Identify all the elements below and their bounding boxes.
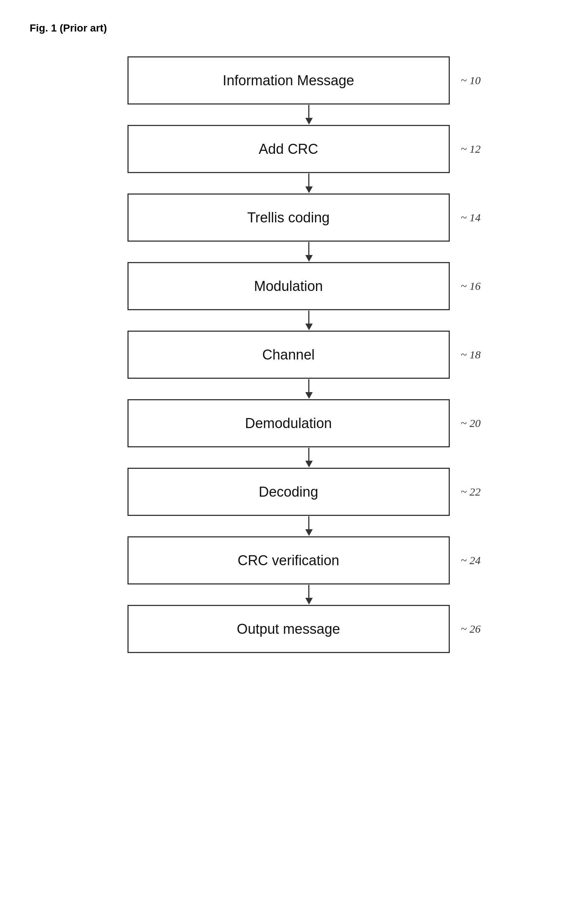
- arrow-line-6: [305, 516, 313, 536]
- diagram-container: Information Message ~ 10 Add CRC ~ 12: [59, 56, 558, 653]
- ref-label-2: ~ 14: [461, 211, 490, 224]
- ref-label-7: ~ 24: [461, 554, 490, 567]
- block-output-message-label: Output message: [237, 621, 340, 637]
- arrow-7: [148, 585, 470, 605]
- block-row-3: Modulation ~ 16: [59, 262, 558, 310]
- arrow-shaft-3: [308, 310, 310, 324]
- block-row-0: Information Message ~ 10: [59, 56, 558, 104]
- arrow-line-7: [305, 585, 313, 605]
- block-channel-label: Channel: [262, 347, 315, 363]
- arrow-line-0: [305, 105, 313, 125]
- arrow-head-1: [305, 186, 313, 193]
- arrow-shaft-6: [308, 516, 310, 529]
- arrow-shaft-7: [308, 585, 310, 598]
- arrow-4: [148, 379, 470, 399]
- block-demodulation-label: Demodulation: [245, 415, 331, 432]
- arrow-head-6: [305, 529, 313, 536]
- arrow-line-1: [305, 173, 313, 193]
- arrow-line-3: [305, 310, 313, 330]
- block-add-crc: Add CRC: [128, 125, 450, 173]
- arrow-line-2: [305, 242, 313, 262]
- arrow-5: [148, 447, 470, 468]
- block-row-5: Demodulation ~ 20: [59, 399, 558, 447]
- block-crc-verification: CRC verification: [128, 536, 450, 585]
- arrow-head-3: [305, 324, 313, 330]
- arrow-line-4: [305, 379, 313, 399]
- block-output-message: Output message: [128, 605, 450, 653]
- arrow-0: [148, 104, 470, 125]
- block-row-6: Decoding ~ 22: [59, 468, 558, 516]
- ref-label-3: ~ 16: [461, 280, 490, 292]
- block-row-4: Channel ~ 18: [59, 330, 558, 379]
- block-row-7: CRC verification ~ 24: [59, 536, 558, 585]
- arrow-3: [148, 310, 470, 330]
- arrow-head-7: [305, 598, 313, 605]
- arrow-shaft-2: [308, 242, 310, 255]
- ref-label-4: ~ 18: [461, 348, 490, 361]
- figure-title: Fig. 1 (Prior art): [30, 22, 558, 34]
- block-demodulation: Demodulation: [128, 399, 450, 447]
- block-info-message-label: Information Message: [223, 73, 354, 89]
- arrow-1: [148, 173, 470, 193]
- arrow-6: [148, 516, 470, 536]
- block-modulation-label: Modulation: [254, 278, 323, 294]
- block-trellis-label: Trellis coding: [247, 210, 330, 226]
- arrow-head-5: [305, 461, 313, 468]
- ref-label-1: ~ 12: [461, 143, 490, 155]
- arrow-shaft-0: [308, 105, 310, 118]
- block-add-crc-label: Add CRC: [258, 141, 318, 157]
- block-crc-verification-label: CRC verification: [238, 553, 339, 569]
- block-channel: Channel: [128, 330, 450, 379]
- arrow-2: [148, 242, 470, 262]
- arrow-shaft-1: [308, 173, 310, 186]
- block-row-8: Output message ~ 26: [59, 605, 558, 653]
- ref-label-0: ~ 10: [461, 74, 490, 87]
- arrow-shaft-4: [308, 379, 310, 392]
- ref-label-6: ~ 22: [461, 486, 490, 498]
- block-decoding-label: Decoding: [258, 484, 318, 500]
- arrow-shaft-5: [308, 448, 310, 461]
- block-row-2: Trellis coding ~ 14: [59, 193, 558, 242]
- page-container: Fig. 1 (Prior art) Information Message ~…: [0, 0, 588, 901]
- block-decoding: Decoding: [128, 468, 450, 516]
- block-trellis-coding: Trellis coding: [128, 193, 450, 242]
- arrow-head-4: [305, 392, 313, 399]
- block-info-message: Information Message: [128, 56, 450, 104]
- ref-label-8: ~ 26: [461, 623, 490, 635]
- block-row-1: Add CRC ~ 12: [59, 125, 558, 173]
- arrow-head-0: [305, 118, 313, 125]
- block-modulation: Modulation: [128, 262, 450, 310]
- ref-label-5: ~ 20: [461, 417, 490, 430]
- arrow-line-5: [305, 448, 313, 468]
- arrow-head-2: [305, 255, 313, 262]
